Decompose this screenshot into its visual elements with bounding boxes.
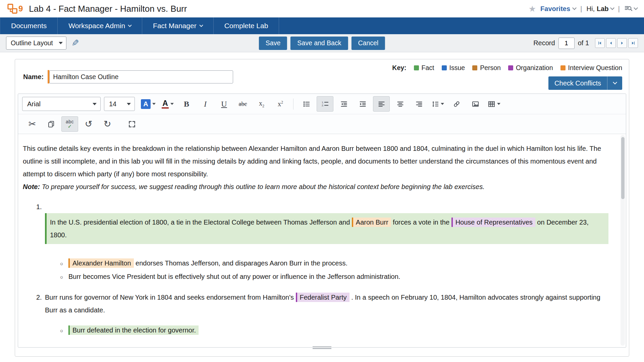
undo-button[interactable]: ↺: [80, 116, 97, 132]
rich-text-editor: Arial 14 A A B I U: [18, 94, 626, 348]
header-actions: ★ Favorites | Hi, Lab |: [529, 4, 637, 13]
interview-question-color-swatch: [560, 65, 566, 70]
divider: |: [618, 5, 620, 13]
note-text: To prepare yourself for success, we sugg…: [42, 183, 485, 190]
circle-bullet-icon: ○: [59, 324, 68, 337]
redo-button[interactable]: ↻: [99, 116, 116, 132]
strikethrough-button[interactable]: abc: [234, 96, 251, 112]
last-record-button[interactable]: [628, 38, 638, 48]
increase-indent-button[interactable]: [354, 96, 371, 112]
nav-complete-lab[interactable]: Complete Lab: [214, 17, 279, 34]
highlight-color-button[interactable]: A: [139, 96, 157, 112]
fullscreen-button[interactable]: [123, 116, 140, 132]
organization-highlight[interactable]: Federalist Party: [296, 293, 350, 302]
layout-select[interactable]: Outline Layout: [6, 37, 66, 50]
bullet-list-icon: [303, 100, 310, 108]
note-label: Note:: [23, 183, 40, 190]
sub-item: ○ Alexander Hamilton endorses Thomas Jef…: [59, 257, 608, 270]
save-button[interactable]: Save: [259, 37, 287, 50]
chevron-down-icon: [128, 23, 131, 27]
caret-down-icon: [59, 42, 63, 44]
chevron-down-icon: [613, 80, 617, 84]
check-conflicts-dropdown[interactable]: [607, 82, 622, 84]
fact-highlight[interactable]: Burr defeated in the election for govern…: [68, 325, 199, 335]
caret-down-icon: [170, 103, 174, 105]
next-record-button[interactable]: [617, 38, 627, 48]
numbered-list-button[interactable]: 1. 2.: [317, 96, 333, 112]
font-family-select[interactable]: Arial: [22, 97, 101, 111]
editor-resize-handle[interactable]: [313, 346, 331, 350]
record-total: of 1: [578, 39, 589, 47]
previous-record-button[interactable]: [606, 38, 616, 48]
fact-highlight-block[interactable]: In the U.S. presidential election of 180…: [45, 213, 608, 244]
subscript-button[interactable]: x2: [253, 96, 270, 112]
font-size-select[interactable]: 14: [104, 97, 135, 111]
spellcheck-button[interactable]: abc ✓: [61, 116, 78, 132]
key-label: Key:: [392, 64, 406, 72]
edit-layout-pencil-icon[interactable]: ✎: [71, 38, 79, 49]
first-record-button[interactable]: [595, 38, 605, 48]
list-search-icon: [624, 4, 633, 13]
editor-content[interactable]: This outline details key events in the b…: [18, 134, 626, 347]
line-spacing-icon: [431, 100, 439, 108]
person-highlight[interactable]: Aaron Burr: [352, 218, 391, 227]
save-and-back-button[interactable]: Save and Back: [290, 37, 348, 50]
nav-workspace-admin[interactable]: Workspace Admin: [58, 17, 142, 34]
undo-icon: ↺: [85, 120, 93, 129]
underline-button[interactable]: U: [216, 96, 232, 112]
fact-color-swatch: [414, 65, 419, 70]
insert-image-button[interactable]: [467, 96, 484, 112]
key-item-issue: Issue: [442, 64, 465, 72]
insert-link-button[interactable]: [448, 96, 465, 112]
sub-item: ○ Burr defeated in the election for gove…: [59, 324, 608, 337]
line-spacing-button[interactable]: [429, 96, 446, 112]
nav-fact-manager[interactable]: Fact Manager: [142, 17, 214, 34]
cut-scissors-icon: ✂: [29, 120, 36, 129]
name-field-row: Name:: [23, 70, 233, 83]
cut-button[interactable]: ✂: [24, 116, 41, 132]
bold-button[interactable]: B: [178, 96, 195, 112]
outline-sublist-2: ○ Burr defeated in the election for gove…: [23, 324, 608, 337]
main-nav: Documents Workspace Admin Fact Manager C…: [0, 17, 644, 34]
search-menu[interactable]: [624, 4, 637, 13]
check-conflicts-area: Check Conflicts: [548, 76, 622, 90]
favorites-star-icon[interactable]: ★: [529, 5, 536, 13]
align-right-button[interactable]: [411, 96, 427, 112]
bullet-list-button[interactable]: [298, 96, 315, 112]
align-left-button[interactable]: [373, 96, 390, 112]
circle-bullet-icon: ○: [59, 270, 68, 284]
numbered-list-icon: 1. 2.: [321, 100, 329, 108]
increase-indent-icon: [359, 100, 367, 108]
check-conflicts-button[interactable]: Check Conflicts: [548, 76, 622, 90]
superscript-button[interactable]: x2: [272, 96, 289, 112]
caret-down-icon: [127, 103, 131, 105]
insert-table-button[interactable]: [486, 96, 502, 112]
subscript-icon: x2: [259, 100, 264, 109]
note-paragraph: Note: To prepare yourself for success, w…: [23, 180, 608, 193]
svg-text:2.: 2.: [322, 104, 324, 107]
person-highlight[interactable]: Alexander Hamilton: [68, 258, 134, 268]
highlight-color-icon: A: [141, 99, 151, 109]
key-item-person: Person: [472, 64, 501, 72]
editor-scrollbar-thumb[interactable]: [621, 137, 625, 199]
font-color-button[interactable]: A: [159, 96, 176, 112]
decrease-indent-button[interactable]: [335, 96, 352, 112]
favorites-menu[interactable]: Favorites: [540, 5, 576, 13]
nav-documents[interactable]: Documents: [0, 17, 58, 34]
organization-highlight[interactable]: House of Representatives: [451, 218, 535, 227]
editor-scrollbar[interactable]: [621, 135, 625, 346]
person-color-swatch: [472, 65, 477, 70]
divider: |: [580, 5, 582, 13]
name-input[interactable]: [49, 70, 233, 83]
organization-color-swatch: [508, 65, 513, 70]
editor-toolbar-row-1: Arial 14 A A B I U: [18, 94, 626, 114]
chevron-down-icon: [610, 6, 614, 10]
cancel-button[interactable]: Cancel: [351, 37, 385, 50]
copy-button[interactable]: [43, 116, 59, 132]
user-name: Lab: [597, 5, 609, 13]
record-number-input[interactable]: [558, 38, 575, 49]
align-center-button[interactable]: [392, 96, 409, 112]
user-menu[interactable]: Hi, Lab: [587, 5, 614, 13]
italic-button[interactable]: I: [197, 96, 214, 112]
align-right-icon: [415, 100, 423, 108]
